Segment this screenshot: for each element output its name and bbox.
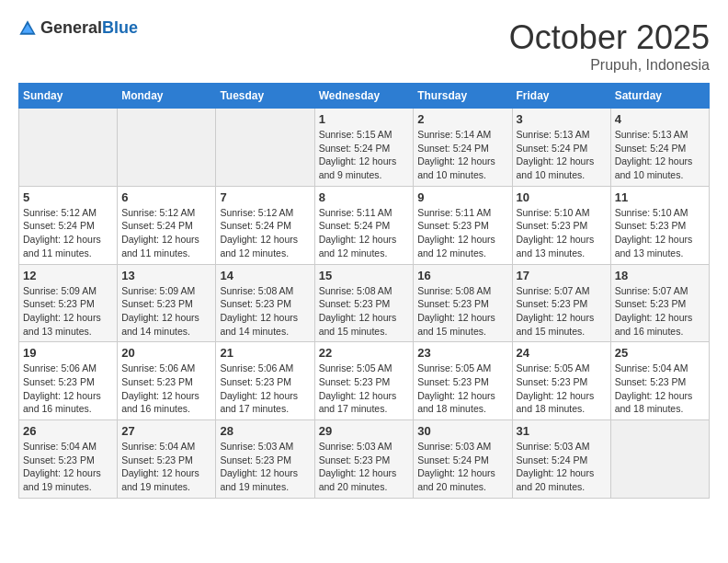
- day-info-27: Sunrise: 5:04 AMSunset: 5:23 PMDaylight:…: [121, 440, 211, 494]
- calendar-header: SundayMondayTuesdayWednesdayThursdayFrid…: [19, 84, 710, 109]
- day-number-18: 18: [615, 269, 705, 282]
- day-cell-2: 2Sunrise: 5:14 AMSunset: 5:24 PMDaylight…: [414, 109, 512, 187]
- day-info-28: Sunrise: 5:03 AMSunset: 5:23 PMDaylight:…: [220, 440, 310, 494]
- weekday-header-sunday: Sunday: [19, 84, 118, 109]
- empty-cell: [19, 109, 118, 187]
- day-cell-9: 9Sunrise: 5:11 AMSunset: 5:23 PMDaylight…: [414, 186, 512, 264]
- week-row-5: 26Sunrise: 5:04 AMSunset: 5:23 PMDayligh…: [19, 420, 710, 499]
- week-row-2: 5Sunrise: 5:12 AMSunset: 5:24 PMDaylight…: [19, 186, 710, 264]
- day-cell-18: 18Sunrise: 5:07 AMSunset: 5:23 PMDayligh…: [610, 264, 709, 342]
- day-info-4: Sunrise: 5:13 AMSunset: 5:24 PMDaylight:…: [615, 128, 705, 182]
- title-area: October 2025 Prupuh, Indonesia: [509, 18, 710, 74]
- weekday-header-thursday: Thursday: [414, 84, 512, 109]
- day-cell-29: 29Sunrise: 5:03 AMSunset: 5:23 PMDayligh…: [314, 420, 414, 499]
- weekday-header-wednesday: Wednesday: [314, 84, 414, 109]
- day-number-2: 2: [417, 112, 507, 126]
- day-number-13: 13: [121, 269, 211, 282]
- day-info-6: Sunrise: 5:12 AMSunset: 5:24 PMDaylight:…: [121, 206, 211, 260]
- day-info-24: Sunrise: 5:05 AMSunset: 5:23 PMDaylight:…: [517, 362, 607, 416]
- day-cell-15: 15Sunrise: 5:08 AMSunset: 5:23 PMDayligh…: [314, 264, 414, 342]
- day-cell-3: 3Sunrise: 5:13 AMSunset: 5:24 PMDaylight…: [512, 109, 610, 187]
- day-number-14: 14: [220, 269, 310, 282]
- empty-cell: [216, 109, 314, 187]
- day-cell-11: 11Sunrise: 5:10 AMSunset: 5:23 PMDayligh…: [610, 186, 709, 264]
- day-info-2: Sunrise: 5:14 AMSunset: 5:24 PMDaylight:…: [417, 128, 507, 182]
- day-info-23: Sunrise: 5:05 AMSunset: 5:23 PMDaylight:…: [417, 362, 507, 416]
- month-title: October 2025: [509, 18, 710, 57]
- day-cell-19: 19Sunrise: 5:06 AMSunset: 5:23 PMDayligh…: [19, 342, 118, 420]
- day-number-8: 8: [319, 190, 410, 204]
- day-number-4: 4: [615, 112, 705, 126]
- week-row-4: 19Sunrise: 5:06 AMSunset: 5:23 PMDayligh…: [19, 342, 710, 420]
- day-number-26: 26: [23, 424, 113, 438]
- day-number-7: 7: [220, 190, 310, 204]
- day-info-31: Sunrise: 5:03 AMSunset: 5:24 PMDaylight:…: [517, 440, 607, 494]
- day-cell-26: 26Sunrise: 5:04 AMSunset: 5:23 PMDayligh…: [19, 420, 118, 499]
- day-cell-14: 14Sunrise: 5:08 AMSunset: 5:23 PMDayligh…: [216, 264, 314, 342]
- day-cell-22: 22Sunrise: 5:05 AMSunset: 5:23 PMDayligh…: [314, 342, 414, 420]
- day-cell-23: 23Sunrise: 5:05 AMSunset: 5:23 PMDayligh…: [414, 342, 512, 420]
- day-info-30: Sunrise: 5:03 AMSunset: 5:24 PMDaylight:…: [417, 440, 507, 494]
- header: GeneralBlue October 2025 Prupuh, Indones…: [18, 18, 710, 74]
- day-number-16: 16: [417, 269, 507, 282]
- day-cell-4: 4Sunrise: 5:13 AMSunset: 5:24 PMDaylight…: [610, 109, 709, 187]
- day-info-15: Sunrise: 5:08 AMSunset: 5:23 PMDaylight:…: [319, 284, 410, 339]
- calendar-table: SundayMondayTuesdayWednesdayThursdayFrid…: [18, 83, 710, 499]
- day-number-19: 19: [23, 346, 113, 360]
- day-info-13: Sunrise: 5:09 AMSunset: 5:23 PMDaylight:…: [121, 284, 211, 339]
- day-info-9: Sunrise: 5:11 AMSunset: 5:23 PMDaylight:…: [417, 206, 507, 260]
- day-cell-24: 24Sunrise: 5:05 AMSunset: 5:23 PMDayligh…: [512, 342, 610, 420]
- day-info-25: Sunrise: 5:04 AMSunset: 5:23 PMDaylight:…: [615, 362, 705, 416]
- day-info-1: Sunrise: 5:15 AMSunset: 5:24 PMDaylight:…: [319, 128, 410, 182]
- week-row-3: 12Sunrise: 5:09 AMSunset: 5:23 PMDayligh…: [19, 264, 710, 342]
- day-info-21: Sunrise: 5:06 AMSunset: 5:23 PMDaylight:…: [220, 362, 310, 416]
- logo-icon: [18, 19, 37, 38]
- day-number-28: 28: [220, 424, 310, 438]
- day-cell-7: 7Sunrise: 5:12 AMSunset: 5:24 PMDaylight…: [216, 186, 314, 264]
- day-info-14: Sunrise: 5:08 AMSunset: 5:23 PMDaylight:…: [220, 284, 310, 339]
- day-number-27: 27: [121, 424, 211, 438]
- day-info-8: Sunrise: 5:11 AMSunset: 5:24 PMDaylight:…: [319, 206, 410, 260]
- day-cell-5: 5Sunrise: 5:12 AMSunset: 5:24 PMDaylight…: [19, 186, 118, 264]
- logo-text-blue: Blue: [102, 18, 138, 37]
- day-number-25: 25: [615, 346, 705, 360]
- empty-cell: [610, 420, 709, 499]
- day-info-12: Sunrise: 5:09 AMSunset: 5:23 PMDaylight:…: [23, 284, 113, 339]
- day-info-22: Sunrise: 5:05 AMSunset: 5:23 PMDaylight:…: [319, 362, 410, 416]
- location-title: Prupuh, Indonesia: [509, 57, 710, 74]
- weekday-header-row: SundayMondayTuesdayWednesdayThursdayFrid…: [19, 84, 710, 109]
- logo: GeneralBlue: [18, 18, 138, 38]
- day-number-24: 24: [517, 346, 607, 360]
- day-info-29: Sunrise: 5:03 AMSunset: 5:23 PMDaylight:…: [319, 440, 410, 494]
- day-info-26: Sunrise: 5:04 AMSunset: 5:23 PMDaylight:…: [23, 440, 113, 494]
- day-cell-6: 6Sunrise: 5:12 AMSunset: 5:24 PMDaylight…: [118, 186, 216, 264]
- day-number-5: 5: [23, 190, 113, 204]
- weekday-header-saturday: Saturday: [610, 84, 709, 109]
- day-number-1: 1: [319, 112, 410, 126]
- day-info-19: Sunrise: 5:06 AMSunset: 5:23 PMDaylight:…: [23, 362, 113, 416]
- day-cell-13: 13Sunrise: 5:09 AMSunset: 5:23 PMDayligh…: [118, 264, 216, 342]
- day-number-6: 6: [121, 190, 211, 204]
- day-cell-28: 28Sunrise: 5:03 AMSunset: 5:23 PMDayligh…: [216, 420, 314, 499]
- day-cell-1: 1Sunrise: 5:15 AMSunset: 5:24 PMDaylight…: [314, 109, 414, 187]
- day-number-21: 21: [220, 346, 310, 360]
- weekday-header-tuesday: Tuesday: [216, 84, 314, 109]
- day-number-17: 17: [517, 269, 607, 282]
- day-number-15: 15: [319, 269, 410, 282]
- day-cell-10: 10Sunrise: 5:10 AMSunset: 5:23 PMDayligh…: [512, 186, 610, 264]
- day-cell-8: 8Sunrise: 5:11 AMSunset: 5:24 PMDaylight…: [314, 186, 414, 264]
- empty-cell: [118, 109, 216, 187]
- day-info-17: Sunrise: 5:07 AMSunset: 5:23 PMDaylight:…: [517, 284, 607, 339]
- day-info-10: Sunrise: 5:10 AMSunset: 5:23 PMDaylight:…: [517, 206, 607, 260]
- day-cell-17: 17Sunrise: 5:07 AMSunset: 5:23 PMDayligh…: [512, 264, 610, 342]
- day-info-5: Sunrise: 5:12 AMSunset: 5:24 PMDaylight:…: [23, 206, 113, 260]
- day-cell-31: 31Sunrise: 5:03 AMSunset: 5:24 PMDayligh…: [512, 420, 610, 499]
- week-row-1: 1Sunrise: 5:15 AMSunset: 5:24 PMDaylight…: [19, 109, 710, 187]
- day-number-10: 10: [517, 190, 607, 204]
- day-cell-12: 12Sunrise: 5:09 AMSunset: 5:23 PMDayligh…: [19, 264, 118, 342]
- day-cell-21: 21Sunrise: 5:06 AMSunset: 5:23 PMDayligh…: [216, 342, 314, 420]
- day-number-30: 30: [417, 424, 507, 438]
- day-number-9: 9: [417, 190, 507, 204]
- weekday-header-monday: Monday: [118, 84, 216, 109]
- calendar-body: 1Sunrise: 5:15 AMSunset: 5:24 PMDaylight…: [19, 109, 710, 499]
